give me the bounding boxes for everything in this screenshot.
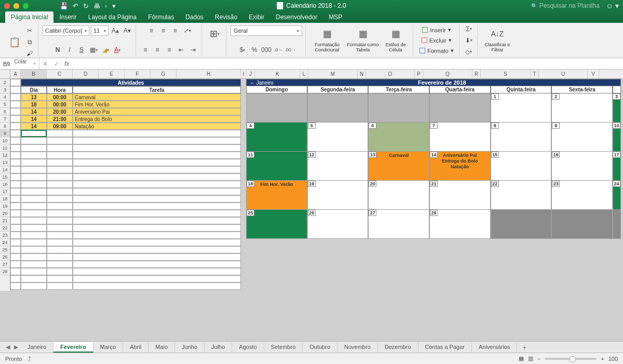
calendar-prev-link[interactable]: ← Janeiro	[247, 79, 382, 86]
calendar-cell[interactable]: 12	[307, 152, 369, 181]
qat-more-icon[interactable]: ▾	[112, 2, 116, 10]
align-left-icon[interactable]: ≡	[140, 45, 151, 55]
zoom-level[interactable]: 100	[608, 356, 618, 362]
increase-font-icon[interactable]: A▴	[110, 25, 120, 36]
calendar-cell[interactable]	[491, 210, 552, 239]
accept-formula-icon[interactable]: ✓	[51, 60, 62, 68]
row-header-23[interactable]: 23	[0, 232, 10, 239]
calendar-cell[interactable]: 4	[246, 123, 307, 152]
calendar-cell[interactable]: 16	[551, 152, 613, 181]
copy-icon[interactable]: ⧉	[24, 37, 35, 47]
sheet-tab-julho[interactable]: Julho	[205, 342, 232, 353]
row-header-25[interactable]: 25	[0, 246, 10, 253]
clear-icon[interactable]: ◇	[464, 47, 474, 57]
calendar-cell[interactable]: 18Fim Hor. Verão	[246, 181, 307, 210]
number-format-select[interactable]: Geral	[231, 25, 302, 36]
row-header-17[interactable]: 17	[0, 188, 10, 195]
calendar-cell[interactable]: 21	[429, 181, 491, 210]
col-header-K[interactable]: K	[255, 70, 300, 78]
italic-button[interactable]: I	[64, 45, 75, 55]
border-icon[interactable]: ▦	[88, 45, 99, 55]
add-sheet-button[interactable]: +	[518, 342, 531, 353]
ribbon-tab-revisão[interactable]: Revisão	[209, 11, 243, 23]
print-icon[interactable]: 🖶	[93, 2, 100, 10]
col-header-V[interactable]: V	[588, 70, 599, 78]
minimize-icon[interactable]	[13, 3, 19, 9]
row-header-2[interactable]: 2	[0, 79, 10, 86]
cut-icon[interactable]: ✂	[24, 25, 35, 36]
row-header-26[interactable]: 26	[0, 253, 10, 261]
row-header-15[interactable]: 15	[0, 173, 10, 181]
sheet-tab-junho[interactable]: Junho	[175, 342, 205, 353]
page-layout-view-icon[interactable]: ▥	[528, 355, 533, 362]
ribbon-tab-exibir[interactable]: Exibir	[243, 11, 270, 23]
row-header-11[interactable]: 11	[0, 144, 10, 152]
calendar-cell[interactable]: 9	[551, 123, 613, 152]
delete-cells-button[interactable]: Excluir ▾	[419, 36, 454, 45]
bold-button[interactable]: N	[52, 45, 63, 55]
calendar-cell[interactable]: 17	[613, 152, 621, 181]
col-header-D[interactable]: D	[73, 70, 99, 78]
row-header-10[interactable]: 10	[0, 137, 10, 144]
row-header-19[interactable]: 19	[0, 203, 10, 210]
col-header-G[interactable]: G	[151, 70, 177, 78]
row-header-3[interactable]: 3	[0, 86, 10, 93]
indent-decrease-icon[interactable]: ⇤	[176, 45, 186, 55]
merge-icon[interactable]: ⊞	[206, 25, 223, 42]
row-header-21[interactable]: 21	[0, 217, 10, 224]
decrease-font-icon[interactable]: A▾	[122, 25, 132, 36]
row-header-8[interactable]: 8	[0, 123, 10, 130]
zoom-in-icon[interactable]: +	[601, 356, 604, 362]
col-header-E[interactable]: E	[99, 70, 125, 78]
sheet-tab-março[interactable]: Março	[93, 342, 124, 353]
sheet-nav-prev-icon[interactable]: ◀	[4, 344, 11, 350]
redo-icon[interactable]: ↻	[83, 2, 89, 10]
calendar-cell[interactable]	[307, 93, 369, 123]
col-header-T[interactable]: T	[531, 70, 539, 78]
sheet-tab-abril[interactable]: Abril	[123, 342, 148, 353]
increase-decimal-icon[interactable]: .0→	[273, 45, 283, 55]
align-middle-icon[interactable]: ≡	[158, 25, 169, 36]
calendar-cell[interactable]: 1	[491, 93, 552, 123]
col-header-U[interactable]: U	[539, 70, 588, 78]
row-header-9[interactable]: 9	[0, 130, 10, 137]
sheet-tab-dezembro[interactable]: Dezembro	[378, 342, 418, 353]
row-header-20[interactable]: 20	[0, 210, 10, 217]
calendar-cell[interactable]: 6	[368, 123, 429, 152]
calendar-cell[interactable]: 14Aniversário PaiEntrega do BoloNatação	[429, 152, 491, 181]
format-table-icon[interactable]: ▦	[355, 25, 371, 42]
col-header-P[interactable]: P	[415, 70, 423, 78]
calendar-cell[interactable]: 20	[368, 181, 429, 210]
name-box[interactable]: B9	[0, 58, 39, 69]
row-header-14[interactable]: 14	[0, 166, 10, 173]
paste-icon[interactable]: 📋	[6, 34, 23, 50]
ribbon-tab-dados[interactable]: Dados	[180, 11, 209, 23]
underline-button[interactable]: S	[76, 45, 87, 55]
calendar-cell[interactable]: 19	[307, 181, 369, 210]
calendar-cell[interactable]: 13Carnaval	[368, 152, 429, 181]
align-center-icon[interactable]: ≡	[152, 45, 162, 55]
col-header-N[interactable]: N	[358, 70, 366, 78]
ribbon-tab-página-inicial[interactable]: Página Inicial	[5, 11, 53, 23]
calendar-cell[interactable]: 10	[613, 123, 621, 152]
col-header-O[interactable]: O	[366, 70, 415, 78]
maximize-icon[interactable]	[23, 3, 29, 9]
autosum-icon[interactable]: Σ	[464, 24, 474, 34]
sheet-tab-maio[interactable]: Maio	[148, 342, 175, 353]
row-header-27[interactable]: 27	[0, 261, 10, 268]
ribbon-tab-fórmulas[interactable]: Fórmulas	[142, 11, 180, 23]
row-header-13[interactable]: 13	[0, 159, 10, 166]
calendar-cell[interactable]	[246, 93, 307, 123]
col-header-A[interactable]: A	[10, 70, 21, 78]
normal-view-icon[interactable]: ▦	[519, 355, 524, 362]
fill-color-icon[interactable]: ◢	[100, 45, 111, 55]
col-header-J[interactable]: J	[247, 70, 255, 78]
sheet-tab-outubro[interactable]: Outubro	[303, 342, 337, 353]
sheet-tab-contas-a-pagar[interactable]: Contas a Pagar	[418, 342, 472, 353]
calendar-cell[interactable]: 5	[307, 123, 369, 152]
search-field[interactable]: Pesquisar na Planilha	[531, 2, 600, 9]
sheet-tab-fevereiro[interactable]: Fevereiro	[53, 342, 93, 353]
col-header-I[interactable]: I	[241, 70, 247, 78]
col-header-M[interactable]: M	[308, 70, 358, 78]
font-size-select[interactable]: 11	[91, 25, 109, 36]
